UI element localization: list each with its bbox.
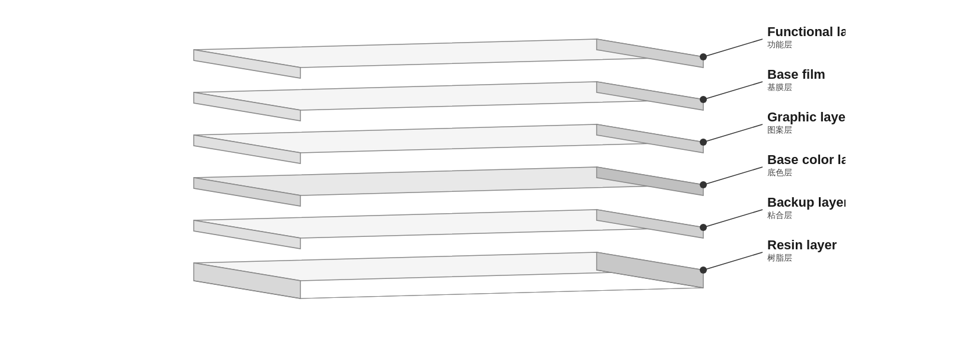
layer-graphic	[194, 124, 703, 163]
line-graphic	[703, 124, 763, 142]
label-zh-backup: 粘合层	[767, 210, 792, 220]
line-base-color	[703, 167, 763, 185]
label-en-resin: Resin layer	[767, 237, 837, 252]
layer-backup	[194, 210, 703, 249]
label-zh-base-color: 底色层	[767, 168, 792, 177]
label-en-backup: Backup layer	[767, 195, 846, 210]
label-en-base-color: Base color layer	[767, 152, 846, 167]
line-resin	[703, 252, 763, 270]
label-zh-resin: 树脂层	[767, 253, 792, 262]
layers-diagram: Functional layer 功能层 Base film 基膜层 Graph…	[134, 9, 846, 341]
layer-resin	[194, 252, 703, 298]
label-en-base-film: Base film	[767, 67, 825, 82]
layer-functional	[194, 39, 703, 78]
label-zh-functional: 功能层	[767, 40, 792, 49]
diagram-container: Functional layer 功能层 Base film 基膜层 Graph…	[134, 9, 846, 341]
label-en-graphic: Graphic layer	[767, 110, 846, 124]
label-zh-base-film: 基膜层	[767, 82, 792, 92]
layer-base-color	[194, 167, 703, 206]
svg-marker-16	[597, 252, 703, 288]
label-zh-graphic: 图案层	[767, 125, 792, 134]
layer-base-film	[194, 82, 703, 121]
line-base-film	[703, 82, 763, 99]
line-functional	[703, 39, 763, 57]
label-en-functional: Functional layer	[767, 24, 846, 39]
line-backup	[703, 210, 763, 227]
